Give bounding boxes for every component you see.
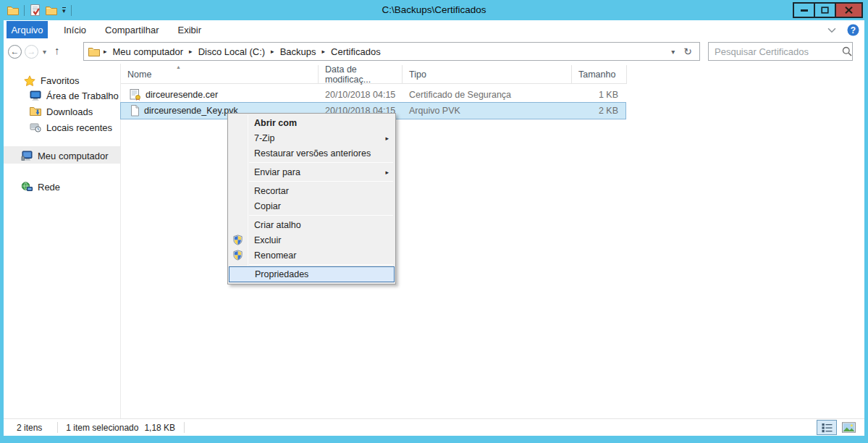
- menu-item-copiar[interactable]: Copiar: [228, 198, 395, 214]
- new-folder-icon[interactable]: [46, 6, 57, 15]
- sidebar-item-locais-recentes[interactable]: Locais recentes: [30, 120, 112, 135]
- menu-item-label: Copiar: [254, 201, 281, 211]
- forward-button[interactable]: →: [25, 45, 38, 59]
- menu-item-enviar-para[interactable]: Enviar para ▸: [228, 164, 395, 180]
- menu-separator: [249, 215, 393, 216]
- recent-locations-chevron-icon[interactable]: ▾: [43, 48, 46, 56]
- address-bar[interactable]: ▸ Meu computador ▸ Disco Local (C:) ▸ Ba…: [83, 42, 700, 61]
- refresh-icon[interactable]: ↻: [683, 46, 692, 57]
- menu-item-renomear[interactable]: Renomear: [228, 248, 395, 263]
- tab-exibir[interactable]: Exibir: [178, 25, 202, 35]
- certificate-file-icon: [130, 89, 141, 101]
- window-controls: [794, 2, 863, 18]
- network-icon: [21, 182, 33, 192]
- column-header-data[interactable]: Data de modificaç...: [319, 65, 403, 84]
- details-view-icon: [822, 423, 833, 433]
- breadcrumb-folder-icon: [88, 47, 101, 56]
- context-menu: Abrir com 7-Zip ▸ Restaurar versões ante…: [227, 113, 396, 284]
- maximize-button[interactable]: [814, 2, 836, 18]
- menu-item-label: Enviar para: [254, 167, 300, 177]
- menu-item-recortar[interactable]: Recortar: [228, 183, 395, 198]
- tab-inicio[interactable]: Início: [64, 25, 86, 35]
- help-icon[interactable]: ?: [847, 24, 859, 36]
- sidebar-item-favoritos[interactable]: Favoritos: [24, 73, 79, 88]
- window-border-bottom: [0, 436, 868, 443]
- explorer-folder-icon: [7, 6, 19, 15]
- menu-item-abrir-com[interactable]: Abrir com: [228, 115, 395, 130]
- menu-item-label: Excluir: [254, 235, 282, 245]
- quick-access-toolbar: ▾: [0, 4, 72, 17]
- properties-shortcut-icon[interactable]: [30, 4, 41, 17]
- sidebar-item-downloads[interactable]: Downloads: [30, 104, 93, 119]
- breadcrumb-arrow-icon: ▸: [269, 48, 277, 55]
- column-header-tipo[interactable]: Tipo: [403, 65, 572, 84]
- file-name: dirceuresende_Key.pvk: [144, 106, 238, 116]
- breadcrumb-arrow-icon: ▸: [187, 48, 195, 55]
- breadcrumb-arrow-icon: ▸: [320, 48, 328, 55]
- expand-ribbon-chevron-icon[interactable]: [827, 28, 836, 33]
- file-type: Certificado de Segurança: [403, 90, 572, 100]
- menu-item-label: 7-Zip: [254, 133, 274, 143]
- sidebar-item-label: Meu computador: [38, 151, 109, 161]
- menu-item-excluir[interactable]: Excluir: [228, 232, 395, 248]
- thumbnail-view-button[interactable]: [840, 421, 857, 434]
- sidebar-item-area-de-trabalho[interactable]: Área de Trabalho: [30, 88, 119, 103]
- file-size: 1 KB: [572, 90, 625, 100]
- file-modified: 20/10/2018 04:15: [319, 90, 403, 100]
- downloads-folder-icon: [30, 106, 41, 117]
- maximize-icon: [821, 7, 829, 14]
- toolbar-separator: [71, 5, 72, 16]
- file-name: dirceuresende.cer: [146, 90, 218, 100]
- uac-shield-icon: [232, 235, 243, 248]
- breadcrumb-item-certificados[interactable]: Certificados: [327, 46, 384, 57]
- breadcrumb-item-backups[interactable]: Backups: [277, 46, 320, 57]
- breadcrumb-item-disco-local[interactable]: Disco Local (C:): [195, 46, 269, 57]
- items-count: 2 itens: [17, 423, 42, 433]
- computer-icon: [21, 151, 33, 161]
- sidebar-item-label: Área de Trabalho: [46, 90, 119, 101]
- file-row-cer[interactable]: dirceuresende.cer 20/10/2018 04:15 Certi…: [121, 87, 625, 103]
- menu-item-propriedades[interactable]: Propriedades: [229, 266, 395, 282]
- address-dropdown-chevron-icon[interactable]: ▾: [671, 48, 675, 56]
- close-button[interactable]: [835, 2, 863, 18]
- search-input[interactable]: [709, 46, 842, 57]
- column-headers: Nome Data de modificaç... Tipo Tamanho: [121, 65, 627, 84]
- minimize-button[interactable]: [793, 2, 815, 18]
- sort-ascending-icon[interactable]: ▲: [176, 64, 181, 69]
- menu-item-criar-atalho[interactable]: Criar atalho: [228, 217, 395, 232]
- column-header-tamanho[interactable]: Tamanho: [572, 65, 627, 84]
- star-icon: [24, 75, 35, 86]
- tab-compartilhar[interactable]: Compartilhar: [105, 25, 159, 35]
- menu-item-label: Abrir com: [254, 118, 297, 128]
- back-icon: ←: [11, 46, 20, 56]
- menu-item-restaurar-versoes[interactable]: Restaurar versões anteriores: [228, 145, 395, 161]
- menu-item-label: Recortar: [254, 186, 289, 196]
- breadcrumb-item-computer[interactable]: Meu computador: [109, 46, 187, 57]
- window-title: C:\Backups\Certificados: [0, 0, 868, 20]
- sidebar-item-label: Rede: [38, 182, 60, 193]
- status-separator: [184, 422, 185, 433]
- details-view-button[interactable]: [817, 420, 837, 435]
- menu-separator: [249, 162, 393, 163]
- forward-icon: →: [28, 46, 36, 56]
- sidebar-item-label: Downloads: [46, 106, 93, 117]
- window-border-right: [864, 20, 868, 443]
- menu-item-label: Propriedades: [255, 269, 308, 279]
- submenu-arrow-icon: ▸: [385, 135, 389, 142]
- back-button[interactable]: ←: [8, 45, 22, 59]
- menu-item-label: Renomear: [254, 250, 296, 261]
- tab-arquivo[interactable]: Arquivo: [7, 21, 48, 38]
- search-icon[interactable]: [842, 46, 858, 56]
- status-bar: 2 itens 1 item selecionado 1,18 KB: [4, 418, 864, 436]
- column-header-nome[interactable]: Nome: [121, 65, 319, 84]
- up-button[interactable]: ↑: [54, 44, 60, 56]
- sidebar-item-meu-computador[interactable]: Meu computador: [21, 148, 109, 163]
- customize-qat-chevron-icon[interactable]: ▾: [62, 7, 66, 14]
- generic-file-icon: [130, 105, 140, 117]
- sidebar-item-label: Locais recentes: [46, 122, 112, 133]
- window-border-left: [0, 20, 4, 443]
- desktop-monitor-icon: [30, 90, 41, 101]
- sidebar-item-rede[interactable]: Rede: [21, 180, 60, 194]
- menu-item-7zip[interactable]: 7-Zip ▸: [228, 130, 395, 145]
- menu-separator: [249, 181, 393, 182]
